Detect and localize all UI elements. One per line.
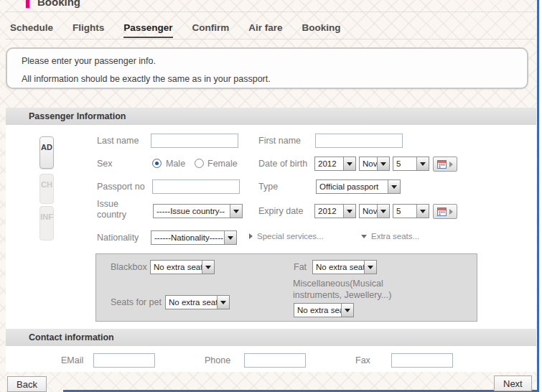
extra-seats-toggle[interactable]: Extra seats... (361, 232, 419, 241)
fax-label: Fax (355, 355, 370, 366)
passport-no-input[interactable] (152, 179, 240, 194)
last-name-input[interactable] (151, 134, 238, 148)
dropdown-arrow-icon (377, 157, 389, 170)
tab-schedule[interactable]: Schedule (10, 22, 53, 38)
fat-label: Fat (294, 262, 307, 273)
collapsed-arrow-icon (249, 233, 253, 239)
passenger-section-header: Passenger Information (6, 108, 536, 125)
first-name-input[interactable] (315, 134, 403, 148)
issue-country-label: Issue country (97, 199, 136, 220)
phone-input[interactable] (244, 353, 306, 368)
calendar-expand-arrow-icon (449, 162, 453, 167)
phone-label: Phone (205, 355, 230, 366)
passport-type-label: Type (258, 182, 278, 192)
booking-page: Booking Schedule Flights Passenger Confi… (0, 0, 542, 392)
tab-air-fare[interactable]: Air fare (248, 22, 282, 38)
step-tabs: Schedule Flights Passenger Confirm Air f… (10, 22, 341, 38)
email-input[interactable] (93, 353, 155, 368)
date-of-birth-label: Date of birth (258, 159, 307, 169)
pax-type-tab-infant[interactable]: INF (39, 206, 54, 241)
dropdown-arrow-icon (343, 157, 355, 170)
dropdown-arrow-icon (217, 296, 229, 309)
divider (6, 11, 535, 12)
tab-confirm[interactable]: Confirm (192, 22, 230, 38)
expiry-calendar-button[interactable] (433, 204, 457, 219)
frame-border-right (537, 0, 539, 392)
dob-year-select[interactable]: 2012 (314, 157, 356, 171)
radio-female-label[interactable]: Female (207, 159, 238, 169)
dropdown-arrow-icon (416, 205, 429, 218)
notice-line-1: Please enter your passenger info. (7, 56, 527, 66)
next-button[interactable]: Next (494, 375, 532, 391)
radio-male-label[interactable]: Male (166, 159, 185, 169)
pax-type-tab-child[interactable]: CH (39, 174, 54, 204)
extra-seats-label: Extra seats... (371, 232, 419, 241)
radio-female[interactable] (195, 159, 204, 168)
passport-type-select[interactable]: Official passport (316, 179, 401, 194)
dropdown-arrow-icon (343, 205, 355, 218)
expiry-year-select[interactable]: 2012 (314, 204, 356, 218)
notice-box: Please enter your passenger info. All in… (6, 47, 528, 89)
contact-section-header: Contact information (6, 329, 536, 346)
frame-strip-right (539, 0, 542, 392)
sex-label: Sex (97, 159, 113, 169)
special-services-label: Special services... (257, 232, 324, 241)
passport-no-label: Passport no (97, 182, 145, 192)
notice-line-2: All information should be exactly the sa… (7, 74, 527, 84)
tab-passenger[interactable]: Passenger (123, 22, 172, 38)
back-button[interactable]: Back (7, 376, 47, 392)
expiry-day-select[interactable]: 5 (393, 204, 429, 218)
miscellaneous-label: Miscellaneous(Musical instruments, Jewel… (293, 278, 422, 301)
fat-select[interactable]: No extra seat (312, 260, 377, 274)
page-title-wrap: Booking (26, 0, 80, 8)
accent-bar (26, 0, 29, 8)
dob-month-select[interactable]: Nove (359, 157, 390, 171)
fax-input[interactable] (391, 353, 453, 368)
seats-for-pet-select[interactable]: No extra seat (165, 295, 230, 309)
expiry-month-select[interactable]: Nove (359, 204, 390, 218)
blackbox-label: Blackbox (111, 262, 147, 273)
dropdown-arrow-icon (377, 205, 389, 218)
dropdown-arrow-icon (224, 231, 236, 244)
first-name-label: First name (258, 136, 301, 146)
dropdown-arrow-icon (230, 205, 242, 218)
nationality-label: Nationality (97, 233, 139, 243)
dropdown-arrow-icon (202, 261, 214, 274)
calendar-icon (437, 207, 447, 216)
extra-seats-box: Blackbox No extra seat Fat No extra seat… (95, 253, 477, 322)
form-panel: Passenger Information AD CH INF Last nam… (6, 108, 536, 372)
dropdown-arrow-icon (416, 157, 429, 170)
seats-for-pet-label: Seats for pet (111, 297, 162, 308)
dropdown-arrow-icon (388, 180, 400, 193)
calendar-icon (437, 160, 447, 169)
radio-male[interactable] (152, 159, 162, 168)
dob-day-select[interactable]: 5 (393, 157, 429, 171)
dropdown-arrow-icon (364, 261, 376, 274)
calendar-expand-arrow-icon (449, 209, 453, 215)
last-name-label: Last name (97, 136, 139, 146)
pax-type-tab-adult[interactable]: AD (39, 136, 54, 169)
tab-booking[interactable]: Booking (302, 22, 341, 38)
expiry-date-label: Expiry date (258, 206, 304, 217)
tab-flights[interactable]: Flights (73, 22, 104, 38)
blackbox-select[interactable]: No extra seat (150, 260, 215, 274)
special-services-toggle[interactable]: Special services... (249, 232, 324, 241)
divider (6, 39, 535, 39)
dropdown-arrow-icon (341, 304, 353, 317)
page-title: Booking (37, 0, 80, 8)
email-label: EMail (61, 355, 83, 366)
dob-calendar-button[interactable] (433, 157, 457, 172)
miscellaneous-select[interactable]: No extra seat (294, 303, 354, 317)
issue-country-select[interactable]: -----Issue country-- (153, 204, 243, 218)
expanded-arrow-icon (361, 235, 367, 238)
nationality-select[interactable]: ------Nationality----- (151, 230, 237, 245)
